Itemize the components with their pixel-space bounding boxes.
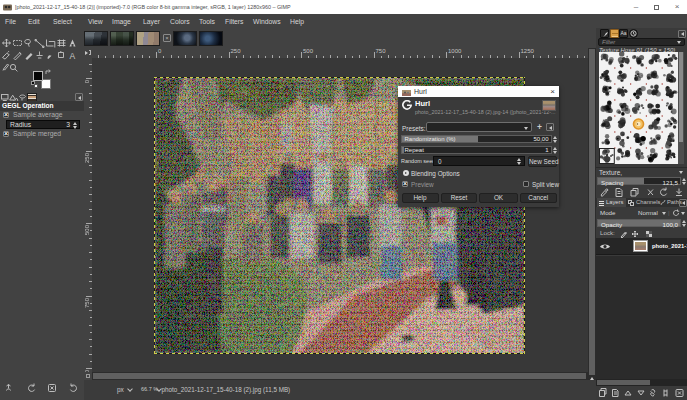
svg-text:A: A — [70, 51, 76, 61]
